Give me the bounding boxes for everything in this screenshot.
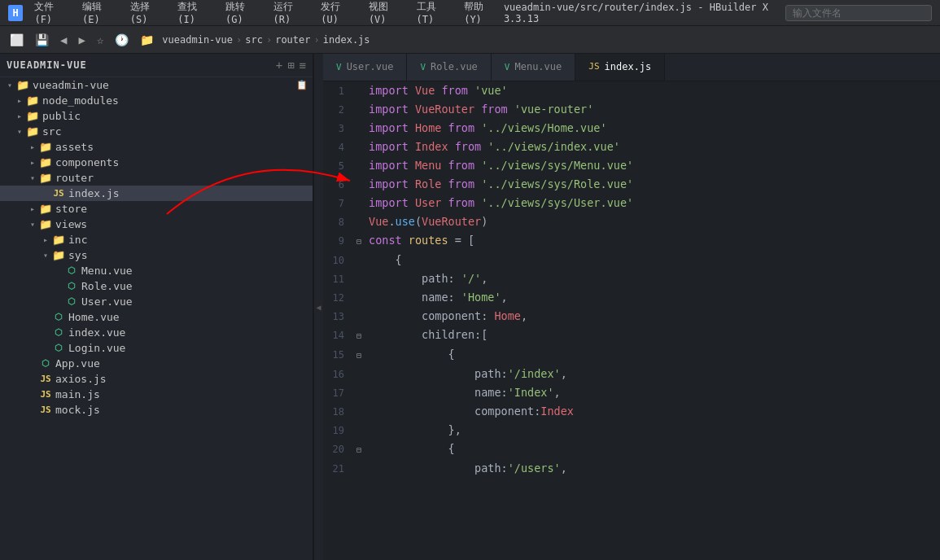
folder-arrow-sys: ▾ — [39, 251, 52, 260]
menu-item[interactable]: 编辑(E) — [76, 0, 122, 27]
token-plain: , — [481, 272, 487, 285]
menu-item[interactable]: 发行(U) — [314, 0, 361, 27]
token-prop: name — [474, 386, 501, 399]
tree-item-Home.vue[interactable]: ⬡ Home.vue — [0, 309, 313, 325]
new-folder-icon[interactable]: ⊞ — [287, 59, 294, 72]
tree-item-Menu.vue[interactable]: ⬡ Menu.vue — [0, 263, 313, 278]
token-prop: path — [422, 272, 448, 285]
tree-item-User.vue[interactable]: ⬡ User.vue — [0, 294, 313, 309]
editor-tab[interactable]: VUser.vue — [323, 54, 407, 81]
tree-item-src[interactable]: ▾ 📁 src — [0, 124, 313, 139]
sidebar-collapse-btn[interactable]: ◀ — [313, 54, 323, 560]
tree-item-axios.js[interactable]: JS axios.js — [0, 371, 313, 387]
breadcrumb-item[interactable]: vueadmin-vue — [162, 34, 233, 46]
tree-item-App.vue[interactable]: ⬡ App.vue — [0, 356, 313, 371]
tree-item-index.js[interactable]: JS index.js — [0, 186, 313, 201]
title-bar: H 文件(F)编辑(E)选择(S)查找(I)跳转(G)运行(R)发行(U)视图(… — [0, 0, 940, 26]
tree-item-views[interactable]: ▾ 📁 views — [0, 217, 313, 232]
collapse-all-icon[interactable]: ≡ — [299, 59, 306, 72]
line-content: { — [365, 251, 402, 269]
fold-indicator[interactable]: ⊟ — [352, 347, 365, 365]
tree-label-index.vue: index.vue — [68, 326, 125, 339]
token-plain — [369, 309, 422, 322]
tree-label-router: router — [55, 172, 94, 184]
token-str: '../views/sys/Menu.vue' — [481, 159, 633, 172]
tree-item-mock.js[interactable]: JS mock.js — [0, 402, 313, 418]
tree-item-store[interactable]: ▸ 📁 store — [0, 201, 313, 217]
menu-item[interactable]: 查找(I) — [171, 0, 217, 27]
editor-tab[interactable]: VMenu.vue — [492, 54, 575, 81]
vue-file-icon-Menu.vue: ⬡ — [65, 265, 78, 276]
breadcrumb-separator: › — [266, 34, 272, 46]
folder-arrow-components: ▸ — [26, 158, 39, 167]
tree-item-components[interactable]: ▸ 📁 components — [0, 155, 313, 170]
tree-item-index.vue[interactable]: ⬡ index.vue — [0, 325, 313, 340]
tree-item-node_modules[interactable]: ▸ 📁 node_modules — [0, 93, 313, 108]
file-search-input[interactable] — [785, 5, 932, 21]
tree-item-main.js[interactable]: JS main.js — [0, 387, 313, 402]
breadcrumb-item[interactable]: router — [275, 34, 310, 46]
line-number: 17 — [323, 384, 352, 402]
tree-label-App.vue: App.vue — [55, 357, 100, 370]
menu-item[interactable]: 选择(S) — [124, 0, 170, 27]
vue-file-icon-Home.vue: ⬡ — [52, 312, 65, 322]
tree-item-sys[interactable]: ▾ 📁 sys — [0, 247, 313, 263]
menu-item[interactable]: 文件(F) — [28, 0, 74, 27]
line-content: import Menu from '../views/sys/Menu.vue' — [365, 156, 633, 174]
menu-item[interactable]: 运行(R) — [267, 0, 313, 27]
token-cls: VueRouter — [422, 215, 481, 228]
toolbar-history-btn[interactable]: 🕐 — [111, 32, 132, 48]
editor-tab[interactable]: JSindex.js — [575, 54, 665, 81]
tree-item-inc[interactable]: ▸ 📁 inc — [0, 232, 313, 247]
token-kw: from — [441, 177, 481, 190]
menu-item[interactable]: 帮助(Y) — [457, 0, 504, 27]
tree-item-public[interactable]: ▸ 📁 public — [0, 108, 313, 124]
toolbar-star-btn[interactable]: ☆ — [94, 32, 107, 48]
root-folder-icon: 📋 — [296, 80, 313, 90]
breadcrumb-item[interactable]: src — [245, 34, 263, 46]
token-plain: :[ — [474, 328, 487, 341]
menu-item[interactable]: 跳转(G) — [219, 0, 265, 27]
folder-icon-views: 📁 — [39, 218, 52, 230]
token-var: routes — [409, 234, 448, 247]
fold-indicator[interactable]: ⊟ — [352, 233, 365, 251]
token-prop: component — [422, 309, 481, 322]
menu-item[interactable]: 工具(T) — [410, 0, 457, 27]
line-content: path:'/users', — [365, 459, 567, 477]
token-plain — [369, 386, 474, 399]
menu-item[interactable]: 视图(V) — [362, 0, 409, 27]
fold-indicator[interactable]: ⊟ — [352, 441, 365, 459]
toolbar-save-btn[interactable]: 💾 — [32, 32, 52, 48]
line-number: 12 — [323, 289, 352, 307]
folder-icon-store: 📁 — [39, 203, 52, 215]
token-prop: path — [474, 367, 501, 380]
token-str: 'vue' — [474, 84, 508, 97]
code-editor[interactable]: 1import Vue from 'vue'2import VueRouter … — [323, 81, 940, 560]
tab-label: Menu.vue — [514, 61, 562, 72]
fold-indicator[interactable]: ⊟ — [352, 327, 365, 345]
tree-item-Role.vue[interactable]: ⬡ Role.vue — [0, 278, 313, 294]
new-file-icon[interactable]: + — [276, 59, 282, 72]
tree-item-assets[interactable]: ▸ 📁 assets — [0, 139, 313, 155]
token-kw: const — [369, 234, 409, 247]
token-cls: Index — [415, 140, 448, 153]
title-bar-left: H 文件(F)编辑(E)选择(S)查找(I)跳转(G)运行(R)发行(U)视图(… — [8, 0, 504, 27]
code-line: 9⊟const routes = [ — [323, 231, 940, 251]
toolbar-folder-btn[interactable]: 📁 — [137, 32, 157, 48]
toolbar-forward-btn[interactable]: ▶ — [75, 32, 88, 48]
editor-tab[interactable]: VRole.vue — [407, 54, 491, 81]
window-title: vueadmin-vue/src/router/index.js - HBuil… — [504, 2, 785, 24]
vue-file-icon-Login.vue: ⬡ — [52, 343, 65, 353]
toolbar-back-btn[interactable]: ◀ — [57, 32, 70, 48]
menu-bar[interactable]: 文件(F)编辑(E)选择(S)查找(I)跳转(G)运行(R)发行(U)视图(V)… — [28, 0, 503, 27]
token-prop: path — [474, 462, 501, 475]
code-line: 16 path:'/index', — [323, 365, 940, 383]
breadcrumb-item[interactable]: index.js — [323, 34, 370, 46]
tree-item-Login.vue[interactable]: ⬡ Login.vue — [0, 340, 313, 356]
tree-item-router[interactable]: ▾ 📁 router — [0, 170, 313, 186]
toolbar-new-btn[interactable]: ⬜ — [7, 32, 27, 48]
vue-file-icon-Role.vue: ⬡ — [65, 281, 78, 291]
tab-icon: V — [336, 62, 342, 72]
line-number: 20 — [323, 440, 352, 458]
tree-item-root[interactable]: ▾ 📁 vueadmin-vue 📋 — [0, 77, 313, 93]
